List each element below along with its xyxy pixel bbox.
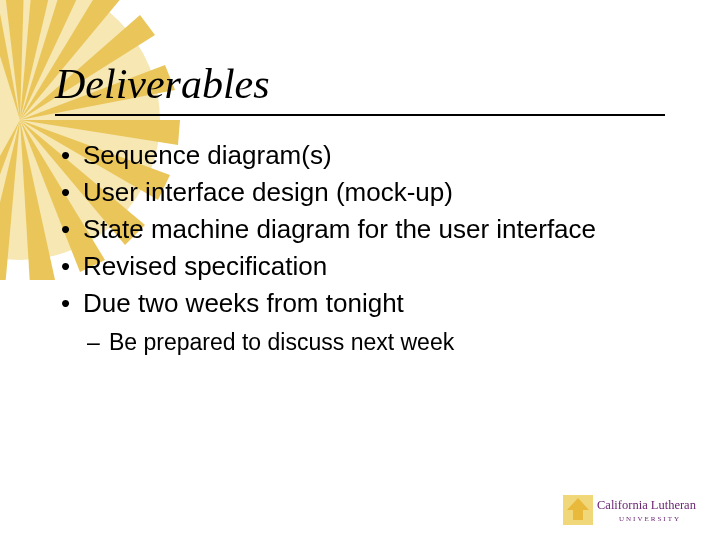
bullet-text: State machine diagram for the user inter… bbox=[83, 214, 596, 244]
bullet-text: Due two weeks from tonight bbox=[83, 288, 404, 318]
sub-text: Be prepared to discuss next week bbox=[109, 329, 454, 355]
bullet-item: Due two weeks from tonight Be prepared t… bbox=[55, 286, 665, 358]
university-logo: California Lutheran UNIVERSITY bbox=[563, 492, 708, 530]
bullet-list: Sequence diagram(s) User interface desig… bbox=[55, 138, 665, 359]
slide-content: Deliverables Sequence diagram(s) User in… bbox=[0, 0, 720, 540]
bullet-item: Revised specification bbox=[55, 249, 665, 284]
bullet-text: Revised specification bbox=[83, 251, 327, 281]
slide-title: Deliverables bbox=[55, 60, 665, 108]
title-underline bbox=[55, 114, 665, 116]
bullet-item: User interface design (mock-up) bbox=[55, 175, 665, 210]
logo-line2: UNIVERSITY bbox=[619, 515, 681, 523]
bullet-text: Sequence diagram(s) bbox=[83, 140, 332, 170]
logo-line1: California Lutheran bbox=[597, 498, 697, 512]
bullet-text: User interface design (mock-up) bbox=[83, 177, 453, 207]
sub-item: Be prepared to discuss next week bbox=[83, 327, 665, 358]
sub-list: Be prepared to discuss next week bbox=[83, 327, 665, 358]
bullet-item: Sequence diagram(s) bbox=[55, 138, 665, 173]
bullet-item: State machine diagram for the user inter… bbox=[55, 212, 665, 247]
